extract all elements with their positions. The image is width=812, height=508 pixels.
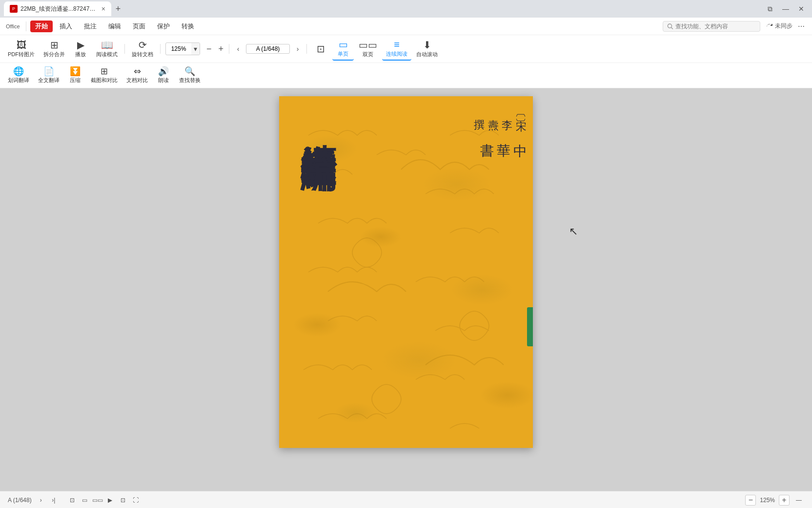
new-tab-button[interactable]: + [111,2,125,16]
status-nav: › ›| [36,495,59,506]
active-tab[interactable]: P 22MB_续资治通鉴...872476.pdf × [4,1,111,16]
sep4 [229,44,229,54]
read-aloud-icon: 🔊 [158,67,169,76]
status-zoom-minus[interactable]: − [745,495,756,506]
double-page-button[interactable]: ▭▭ 双页 [355,37,381,61]
convert-menu-item[interactable]: 转换 [177,20,199,33]
more-menu-button[interactable]: ⋯ [794,20,808,33]
pdf-to-image-button[interactable]: 🖼 PDF转图片 [4,37,39,61]
fit-icon: ⊡ [317,44,325,54]
single-page-label: 单页 [338,50,348,58]
doc-compare-button[interactable]: ⇔ 文档对比 [122,64,152,87]
status-fullscreen-button[interactable]: ⛶ [130,495,141,506]
rotate-icon: ⟳ [139,40,147,50]
read-label: 阅读模式 [96,51,118,58]
sync-button[interactable]: 未同步 [766,22,792,30]
publisher-text: 中 華 書 [479,133,528,134]
status-zoom-rotate[interactable]: — [793,495,804,506]
page-nav-group: ‹ › [232,43,304,55]
status-single-view-button[interactable]: ▭ [80,495,90,506]
annotate-menu-item[interactable]: 批注 [79,20,102,33]
read-mode-button[interactable]: 📖 阅读模式 [92,37,122,61]
window-tile-button[interactable]: ⧉ [763,2,777,16]
read-icon: 📖 [101,40,113,50]
full-translate-label: 全文翻译 [38,77,60,84]
rotate-group: ⟳ 旋转文档 [128,37,157,61]
protect-menu-item[interactable]: 保护 [152,20,175,33]
rotate-doc-button[interactable]: ⟳ 旋转文档 [128,37,157,61]
continuous-read-button[interactable]: ≡ 连续阅读 [382,37,411,61]
read-aloud-button[interactable]: 🔊 朗读 [153,64,174,87]
status-double-view-button[interactable]: ▭▭ [92,495,103,506]
compress-button[interactable]: ⏬ 压缩 [64,64,86,87]
status-zoom-area: − 125% + — [745,495,804,506]
split-label: 拆分合并 [43,51,65,58]
tab-favicon: P [10,5,18,13]
play-button[interactable]: ▶ 播放 [70,37,91,61]
status-page-label: A (1/648) [8,497,32,504]
main-toolbar: 🖼 PDF转图片 ⊞ 拆分合并 ▶ 播放 📖 阅读模式 ⟳ 旋转文档 [0,35,812,63]
zoom-out-button[interactable]: − [204,44,214,54]
main-title-text: 續資治通鑑長編 [299,116,337,129]
zoom-in-button[interactable]: + [216,44,226,54]
pdf-page: 續資治通鑑長編 〔宋〕 李 燾 撰 中 華 書 [279,96,533,448]
double-page-icon: ▭▭ [359,40,377,50]
auto-scroll-icon: ⬇ [423,40,431,50]
translate-word-label: 划词翻译 [8,77,29,84]
tab-title: 22MB_续资治通鉴...872476.pdf [20,5,99,13]
window-minimize-button[interactable]: — [779,2,792,16]
status-bar: A (1/648) › ›| ⊡ ▭ ▭▭ ▶ ⊡ ⛶ − 125% + — [0,491,812,508]
insert-menu-item[interactable]: 插入 [55,20,77,33]
continuous-label: 连续阅读 [386,50,407,58]
search-input[interactable] [675,23,756,30]
play-label: 播放 [75,51,86,58]
edit-menu-item[interactable]: 编辑 [103,20,126,33]
browser-chrome: P 22MB_续资治通鉴...872476.pdf × + ⧉ — ✕ [0,0,812,18]
prev-page-button[interactable]: ‹ [232,43,244,55]
zoom-dropdown-button[interactable]: ▾ [191,43,200,55]
auto-scroll-button[interactable]: ⬇ 自动滚动 [412,37,442,61]
split-merge-button[interactable]: ⊞ 拆分合并 [40,37,69,61]
page-menu-item[interactable]: 页面 [128,20,150,33]
status-last-button[interactable]: ›| [48,495,59,506]
start-menu-item[interactable]: 开始 [30,21,53,32]
single-page-button[interactable]: ▭ 单页 [332,37,354,61]
crop-compare-button[interactable]: ⊞ 截图和对比 [87,64,122,87]
status-play-button[interactable]: ▶ [105,495,116,506]
word-translate-button[interactable]: 🌐 划词翻译 [4,64,33,87]
svg-line-1 [671,27,673,29]
page-number-input[interactable] [246,44,290,54]
browser-controls: ⧉ — ✕ [763,2,808,16]
status-next-button[interactable]: › [36,495,46,506]
office-label: Office [6,23,20,29]
pdf-container[interactable]: 續資治通鑑長編 〔宋〕 李 燾 撰 中 華 書 [0,88,812,491]
search-icon [667,23,673,30]
right-section: 〔宋〕 李 燾 撰 中 華 書 [494,96,533,149]
double-page-label: 双页 [363,51,373,58]
read-aloud-label: 朗读 [158,77,169,84]
compress-icon: ⏬ [70,67,81,76]
crop-icon: ⊞ [101,67,108,76]
full-translate-icon: 📄 [43,67,54,76]
office-button[interactable]: Office [4,23,22,29]
status-zoom-plus[interactable]: + [779,495,790,506]
tab-close-button[interactable]: × [102,5,105,13]
next-page-button[interactable]: › [292,43,304,55]
translate-word-icon: 🌐 [13,67,24,76]
fit-page-button[interactable]: ⊡ [310,37,331,61]
sep1 [26,21,26,31]
find-replace-label: 查找替换 [179,77,201,84]
find-icon: 🔍 [184,67,195,76]
pdf-image-icon: 🖼 [17,40,26,50]
zoom-input[interactable] [166,45,191,52]
status-rotate-view-button[interactable]: ⊡ [118,495,128,506]
search-bar[interactable] [663,21,760,32]
app-toolbar: Office 开始 插入 批注 编辑 页面 保护 转换 未同步 ⋯ 🖼 PDF转… [0,18,812,88]
find-replace-button[interactable]: 🔍 查找替换 [175,64,204,87]
zoom-control[interactable]: ▾ [165,42,200,55]
rotate-label: 旋转文档 [132,51,153,58]
window-close-button[interactable]: ✕ [794,2,808,16]
cloud-pattern [279,96,533,448]
full-translate-button[interactable]: 📄 全文翻译 [34,64,63,87]
status-fit-button[interactable]: ⊡ [67,495,78,506]
